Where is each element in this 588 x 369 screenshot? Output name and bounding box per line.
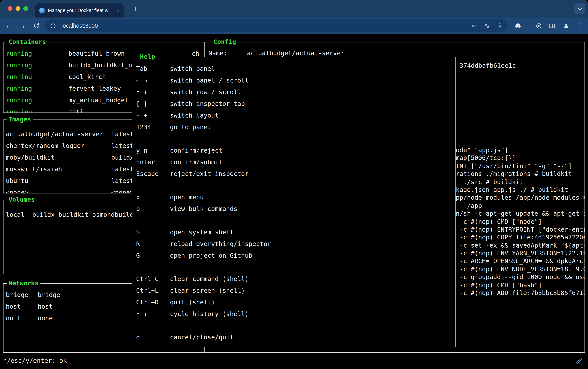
password-key-icon[interactable] <box>470 22 478 30</box>
help-shortcut-row: ↑ ↓cycle history (shell) <box>132 308 455 320</box>
shortcut-key: x <box>136 192 140 203</box>
forward-arrow-icon: → <box>19 22 26 30</box>
extension-button[interactable] <box>533 20 544 31</box>
help-shortcut-row: qcancel/close/quit <box>132 332 455 343</box>
image-name: <none> <box>6 187 28 193</box>
shortcut-key: q <box>136 332 140 343</box>
network-driver: none <box>38 313 53 324</box>
shortcut-key: ← → <box>136 75 147 86</box>
tab-search-button[interactable] <box>574 3 585 14</box>
shortcut-action: switch panel <box>170 63 215 75</box>
container-name: buildx_buildkit_o <box>69 60 132 71</box>
extension-circle-icon <box>535 22 542 29</box>
container-state: running <box>6 71 32 83</box>
shortcut-key: R <box>136 238 140 250</box>
shortcut-key: Enter <box>136 156 155 168</box>
tab-favicon-icon <box>39 8 45 13</box>
image-tag: latest <box>111 164 134 175</box>
image-tag: latest <box>111 175 134 187</box>
traffic-light-minimize[interactable] <box>16 6 20 11</box>
shortcut-key: ↑ ↓ <box>136 86 147 98</box>
forward-button[interactable]: → <box>17 20 28 31</box>
shortcut-action: confirm/submit <box>170 156 222 168</box>
shortcut-key: [ ] <box>136 98 147 110</box>
config-line: map[5006/tcp:{}] <box>456 154 585 162</box>
address-bar[interactable]: localhost:3000 ☆ <box>44 20 508 32</box>
help-shortcut-row: xopen menu <box>132 192 455 203</box>
config-line: -c #(nop) ENV NODE_VERSION=18.19.0 <box>456 266 585 273</box>
traffic-light-close[interactable] <box>8 6 12 11</box>
config-line: -c #(nop) CMD ["node"] <box>456 218 585 226</box>
tab-close-icon[interactable]: × <box>116 7 120 13</box>
help-shortcut-row <box>132 180 455 192</box>
image-name: chentex/random-logger <box>6 140 85 152</box>
network-driver: host <box>38 301 53 313</box>
config-line: -c #(nop) ENTRYPOINT ["docker-entr <box>456 226 585 234</box>
menu-button[interactable]: ⋮ <box>574 20 585 31</box>
shortcut-action: reject/exit inspector <box>170 168 249 180</box>
config-line: -c set -ex && savedAptMark="$(apt- <box>456 242 585 249</box>
back-button[interactable]: ← <box>3 20 14 31</box>
browser-tab[interactable]: Manage your Docker fleet wi × <box>35 3 124 18</box>
image-name: moby/buildkit <box>6 152 54 164</box>
shortcut-key: Ctrl+D <box>136 297 159 308</box>
avatar-icon <box>563 22 570 29</box>
shortcut-key: Escape <box>136 168 159 180</box>
config-line: kage.json app.js ./ # buildkit <box>456 186 585 194</box>
help-shortcut-row: ← →switch panel / scroll <box>132 75 455 86</box>
shortcut-action: open system shell <box>170 226 234 238</box>
config-line: rations ./migrations # buildkit <box>456 170 585 178</box>
help-shortcut-row <box>132 320 455 332</box>
browser-window: Manage your Docker fleet wi × + ← → loca… <box>0 0 588 369</box>
shortcut-action: view bulk commands <box>170 203 237 215</box>
shortcut-key: G <box>136 250 140 262</box>
reload-button[interactable] <box>31 20 42 31</box>
shortcut-key: 1234 <box>136 122 151 133</box>
shortcut-key: Ctrl+C <box>136 273 159 285</box>
site-info-icon[interactable] <box>49 22 57 30</box>
image-tag: latest <box>111 140 134 152</box>
terminal-app: Containers running beautiful_brown ch ru… <box>0 34 588 369</box>
help-shortcut-row: ↑ ↓switch row / scroll <box>132 86 455 98</box>
config-line: -c #(nop) ENV YARN_VERSION=1.22.19 <box>456 249 585 257</box>
shortcut-key: b <box>136 203 140 215</box>
shortcut-action: reload everything/inspector <box>170 238 271 250</box>
profile-button[interactable] <box>561 20 572 31</box>
volume-driver: local <box>6 209 24 221</box>
image-name: mosswill/isaiah <box>6 164 62 175</box>
chevron-down-icon <box>577 6 582 11</box>
help-shortcut-row: Ctrl+Cclear command (shell) <box>132 273 455 285</box>
config-line: -c groupadd --gid 1000 node && use <box>456 273 585 281</box>
shortcut-action: quit (shell) <box>170 297 215 308</box>
help-shortcut-row <box>132 215 455 226</box>
container-state: running <box>6 48 32 60</box>
help-shortcut-row <box>132 133 455 145</box>
tab-strip: Manage your Docker fleet wi × + <box>0 0 588 18</box>
traffic-light-zoom[interactable] <box>23 6 28 11</box>
help-shortcut-row: Sopen system shell <box>132 226 455 238</box>
config-line: pp/node_modules /app/node_modules # <box>456 194 585 202</box>
translate-icon[interactable] <box>483 22 491 30</box>
config-line: -c ARCH= OPENSSL_ARCH= && dpkgArch <box>456 257 585 266</box>
image-tag: <none> <box>111 187 134 193</box>
container-name: beautiful_brown <box>69 48 125 60</box>
help-shortcut-row: y nconfirm/reject <box>132 145 455 156</box>
shortcut-action: cancel/close/quit <box>170 332 234 343</box>
extensions-button[interactable] <box>513 20 523 31</box>
bookmark-star-icon[interactable]: ☆ <box>495 22 503 30</box>
kebab-menu-icon: ⋮ <box>576 21 583 30</box>
new-tab-button[interactable]: + <box>131 5 140 14</box>
help-shortcut-row: Enterconfirm/submit <box>132 156 455 168</box>
shortcut-action: confirm/reject <box>170 145 222 156</box>
browser-toolbar: ← → localhost:3000 ☆ <box>0 18 588 34</box>
help-shortcut-row <box>132 262 455 273</box>
side-panel-button[interactable] <box>546 20 557 31</box>
help-shortcut-row: Ctrl+Lclear screen (shell) <box>132 285 455 297</box>
help-shortcut-row: bview bulk commands <box>132 203 455 215</box>
network-name: host <box>6 301 21 313</box>
shortcut-action: cycle history (shell) <box>170 308 249 320</box>
help-shortcut-row: Tabswitch panel <box>132 63 455 75</box>
help-shortcut-row: [ ]switch inspector tab <box>132 98 455 110</box>
config-line: /app <box>456 202 585 210</box>
help-shortcut-row: Gopen project on Github <box>132 250 455 262</box>
